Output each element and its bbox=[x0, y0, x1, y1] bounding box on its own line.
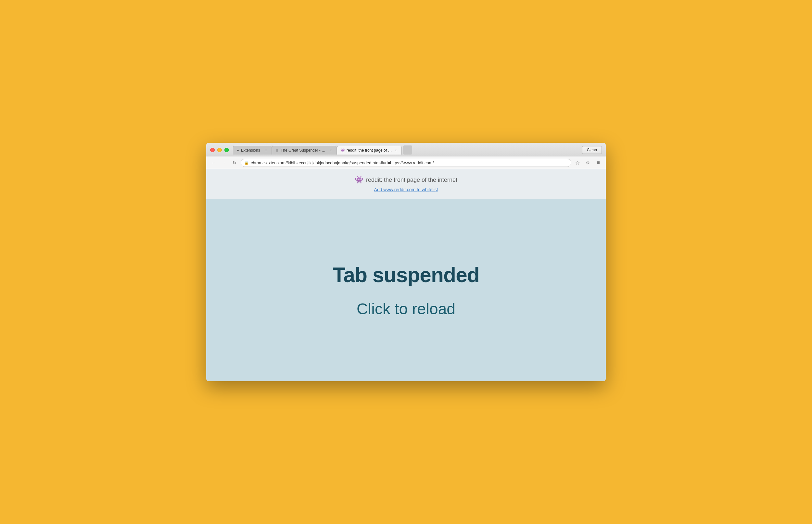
tab-extensions[interactable]: ✦ Extensions × bbox=[233, 146, 272, 154]
great-suspender-tab-close[interactable]: × bbox=[329, 148, 333, 152]
address-bar[interactable]: 🔒 chrome-extension://klbibkeccnjlkjkiokj… bbox=[241, 159, 571, 167]
title-bar-top: ✦ Extensions × ⏸ The Great Suspender - C… bbox=[210, 145, 602, 154]
forward-button[interactable]: → bbox=[220, 159, 228, 167]
tabs-row: ✦ Extensions × ⏸ The Great Suspender - C… bbox=[233, 145, 582, 154]
reddit-tab-icon: 👾 bbox=[340, 148, 345, 152]
page-title-area: 👾 reddit: the front page of the internet bbox=[213, 176, 599, 184]
extensions-icon: ⚙ bbox=[586, 160, 590, 165]
traffic-lights bbox=[210, 148, 229, 152]
page-main[interactable]: Tab suspended Click to reload bbox=[206, 199, 606, 381]
close-traffic-light[interactable] bbox=[210, 148, 215, 152]
great-suspender-tab-icon: ⏸ bbox=[275, 148, 279, 152]
tab-suspended-heading: Tab suspended bbox=[332, 263, 480, 287]
reload-icon: ↻ bbox=[232, 160, 237, 165]
reload-button[interactable]: ↻ bbox=[230, 159, 239, 167]
extensions-button[interactable]: ⚙ bbox=[584, 159, 592, 167]
hamburger-icon: ≡ bbox=[597, 160, 600, 166]
star-icon: ☆ bbox=[575, 160, 580, 166]
clean-button[interactable]: Clean bbox=[582, 146, 602, 154]
browser-window: ✦ Extensions × ⏸ The Great Suspender - C… bbox=[206, 143, 606, 381]
minimize-traffic-light[interactable] bbox=[217, 148, 222, 152]
nav-bar: ← → ↻ 🔒 chrome-extension://klbibkeccnjlk… bbox=[206, 157, 606, 169]
maximize-traffic-light[interactable] bbox=[224, 148, 229, 152]
extensions-tab-close[interactable]: × bbox=[264, 148, 268, 152]
reddit-tab-label: reddit: the front page of th… bbox=[346, 148, 392, 152]
title-bar: ✦ Extensions × ⏸ The Great Suspender - C… bbox=[206, 143, 606, 157]
click-to-reload-text: Click to reload bbox=[357, 300, 455, 318]
page-site-title: reddit: the front page of the internet bbox=[366, 177, 457, 183]
new-tab-button[interactable] bbox=[403, 145, 412, 154]
forward-icon: → bbox=[222, 160, 226, 165]
great-suspender-tab-label: The Great Suspender - Ch… bbox=[281, 148, 327, 152]
tab-reddit[interactable]: 👾 reddit: the front page of th… × bbox=[337, 146, 402, 154]
page-header: 👾 reddit: the front page of the internet… bbox=[206, 169, 606, 199]
back-icon: ← bbox=[211, 160, 216, 165]
extensions-tab-icon: ✦ bbox=[237, 148, 239, 152]
extensions-tab-label: Extensions bbox=[241, 148, 262, 152]
tab-great-suspender[interactable]: ⏸ The Great Suspender - Ch… × bbox=[272, 146, 337, 154]
reddit-alien-icon: 👾 bbox=[355, 176, 363, 184]
address-text: chrome-extension://klbibkeccnjlkjkiokjod… bbox=[251, 160, 568, 165]
back-button[interactable]: ← bbox=[210, 159, 218, 167]
chrome-menu-button[interactable]: ≡ bbox=[594, 159, 602, 167]
address-lock-icon: 🔒 bbox=[244, 161, 249, 165]
desktop: ✦ Extensions × ⏸ The Great Suspender - C… bbox=[0, 0, 812, 524]
reddit-tab-close[interactable]: × bbox=[394, 148, 398, 152]
bookmark-button[interactable]: ☆ bbox=[573, 159, 582, 167]
whitelist-link[interactable]: Add www.reddit.com to whitelist bbox=[374, 187, 438, 192]
